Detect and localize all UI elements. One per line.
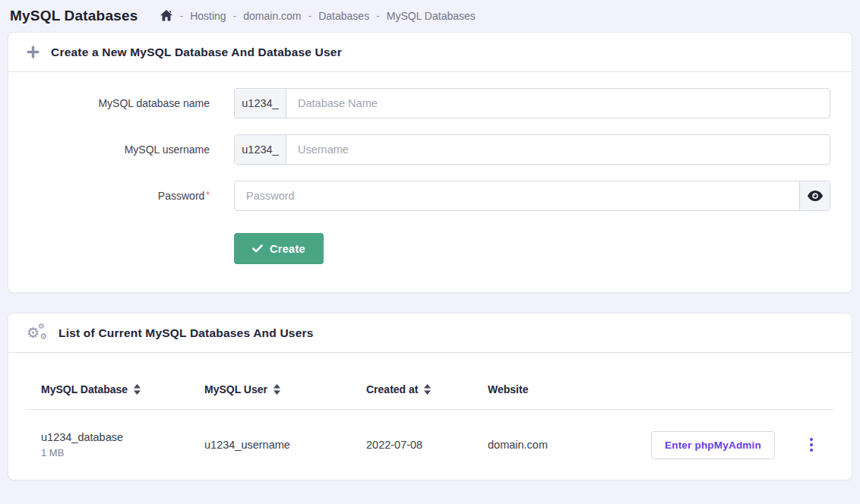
enter-phpmyadmin-button[interactable]: Enter phpMyAdmin <box>651 431 775 459</box>
header-mysql-database[interactable]: MySQL Database <box>41 383 204 395</box>
password-label: Password* <box>27 190 234 202</box>
sort-icon <box>424 384 431 395</box>
password-row: Password* <box>27 181 833 211</box>
username-row: MySQL username u1234_ <box>27 134 833 165</box>
username-input[interactable] <box>286 135 830 164</box>
username-label: MySQL username <box>27 143 234 156</box>
list-card-header: ⚙⚙⚙ List of Current MySQL Databases And … <box>8 313 852 353</box>
database-name-input-group: u1234_ <box>234 88 830 118</box>
page-header: MySQL Databases - Hosting - domain.com -… <box>0 0 860 32</box>
cell-created-at: 2022-07-08 <box>366 439 488 451</box>
create-card-body: MySQL database name u1234_ MySQL usernam… <box>8 72 852 292</box>
create-card-title: Create a New MySQL Database And Database… <box>51 46 342 59</box>
required-asterisk: * <box>206 190 210 200</box>
table-header-row: MySQL Database MySQL User Created at Web… <box>27 353 833 410</box>
breadcrumb-hosting[interactable]: Hosting <box>190 10 226 22</box>
databases-table: MySQL Database MySQL User Created at Web… <box>27 353 833 480</box>
sort-icon <box>134 384 141 395</box>
create-database-card: Create a New MySQL Database And Database… <box>8 32 852 293</box>
list-card-title: List of Current MySQL Databases And User… <box>58 326 314 340</box>
home-icon[interactable] <box>160 10 172 21</box>
gears-icon: ⚙⚙⚙ <box>27 325 47 342</box>
username-input-group: u1234_ <box>234 134 830 165</box>
check-icon <box>252 244 263 253</box>
database-name-label: MySQL database name <box>27 97 234 109</box>
plus-icon <box>27 46 40 58</box>
create-card-header: Create a New MySQL Database And Database… <box>8 33 852 72</box>
eye-icon <box>808 191 823 201</box>
breadcrumb-separator: - <box>233 10 237 22</box>
sort-icon <box>273 384 280 395</box>
username-prefix: u1234_ <box>235 135 286 164</box>
breadcrumb: - Hosting - domain.com - Databases - MyS… <box>160 10 475 22</box>
breadcrumb-domain[interactable]: domain.com <box>243 10 301 22</box>
database-name-row: MySQL database name u1234_ <box>27 88 833 118</box>
password-input[interactable] <box>235 181 799 210</box>
create-button[interactable]: Create <box>234 233 324 264</box>
database-name: u1234_database <box>41 431 204 443</box>
table-row: u1234_database 1 MB u1234_username 2022-… <box>27 410 833 480</box>
database-name-prefix: u1234_ <box>235 89 286 118</box>
database-list-card: ⚙⚙⚙ List of Current MySQL Databases And … <box>8 313 852 480</box>
breadcrumb-separator: - <box>376 10 380 22</box>
breadcrumb-databases[interactable]: Databases <box>318 10 369 22</box>
kebab-menu-icon[interactable] <box>804 433 819 456</box>
database-name-input[interactable] <box>286 89 830 118</box>
cell-database: u1234_database 1 MB <box>41 431 204 458</box>
breadcrumb-separator: - <box>179 10 183 22</box>
password-input-group <box>234 181 830 211</box>
database-size: 1 MB <box>41 447 204 458</box>
cell-user: u1234_username <box>204 439 366 451</box>
cell-website: domain.com <box>488 439 651 451</box>
show-password-toggle[interactable] <box>799 181 830 210</box>
breadcrumb-separator: - <box>308 10 312 22</box>
breadcrumb-current: MySQL Databases <box>387 10 476 22</box>
header-mysql-user[interactable]: MySQL User <box>204 383 366 395</box>
header-created-at[interactable]: Created at <box>366 383 488 395</box>
page-title: MySQL Databases <box>10 8 138 24</box>
header-website: Website <box>488 383 651 395</box>
